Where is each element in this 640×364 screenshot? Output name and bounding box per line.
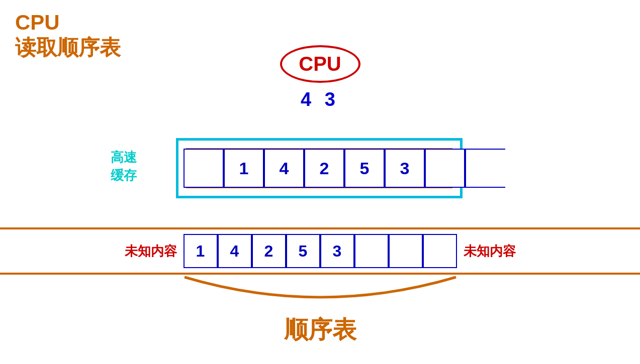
memory-wrapper: 未知内容 1 4 2 5 3 未知内容 — [0, 227, 640, 275]
cpu-oval-text: CPU — [299, 53, 341, 75]
cache-cell-1: 4 — [264, 149, 304, 188]
mem-cell-0: 1 — [184, 234, 218, 268]
page-title: CPU 读取顺序表 — [15, 10, 121, 61]
mem-cell-3: 5 — [286, 234, 320, 268]
brace-container — [169, 275, 471, 310]
seq-label: 顺序表 — [284, 314, 356, 346]
brace-svg — [169, 275, 471, 310]
memory-content: 未知内容 1 4 2 5 3 未知内容 — [0, 227, 640, 275]
cache-cell-4: 3 — [385, 149, 425, 188]
cache-cell-empty-1 — [425, 149, 465, 188]
cache-cell-0: 1 — [224, 149, 264, 188]
mem-cell-2: 2 — [252, 234, 286, 268]
unknown-right-label: 未知内容 — [457, 242, 522, 260]
mem-cell-1: 4 — [218, 234, 252, 268]
cpu-oval: CPU — [280, 45, 360, 83]
title-line1: CPU — [15, 10, 121, 35]
cpu-number: 4 3 — [301, 89, 339, 110]
mem-cell-empty-0 — [354, 234, 389, 268]
cache-inner: 1 4 2 5 3 — [184, 141, 455, 196]
cache-cell-empty-left — [184, 149, 224, 188]
unknown-left-label: 未知内容 — [118, 242, 184, 260]
mem-cell-empty-1 — [389, 234, 423, 268]
cache-cell-2: 2 — [304, 149, 344, 188]
cache-cell-3: 5 — [344, 149, 385, 188]
cache-cells-row: 1 4 2 5 3 — [184, 149, 505, 188]
title-line2: 读取顺序表 — [15, 35, 121, 60]
memory-cells-row: 1 4 2 5 3 — [184, 234, 457, 268]
cache-label: 高速缓存 — [111, 148, 137, 185]
cpu-oval-container: CPU 4 3 — [280, 45, 360, 110]
mem-cell-empty-2 — [423, 234, 457, 268]
cache-cell-empty-2 — [465, 149, 505, 188]
cache-container: 1 4 2 5 3 — [176, 138, 463, 198]
mem-cell-4: 3 — [320, 234, 354, 268]
